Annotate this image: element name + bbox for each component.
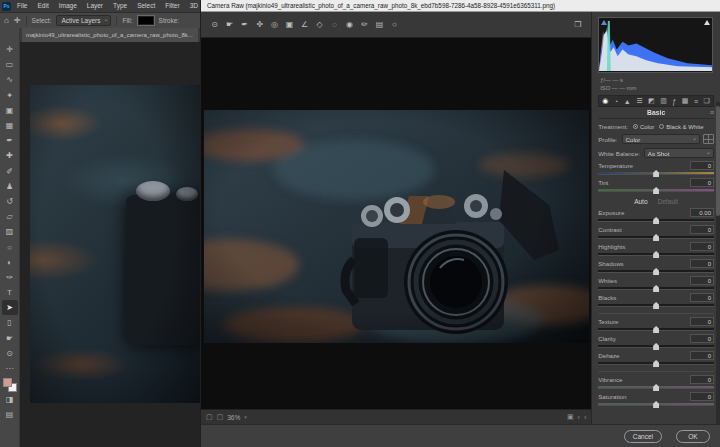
slider-value-field[interactable]: 0 — [690, 225, 714, 234]
highlight-clipping-icon[interactable] — [704, 20, 710, 25]
straighten-icon[interactable]: ∠ — [297, 20, 312, 29]
tab-detail[interactable]: ▲ — [624, 98, 631, 105]
tab-lens-corrections[interactable]: ▥ — [660, 97, 667, 105]
quick-mask-mode[interactable]: ◨ — [2, 392, 18, 407]
path-selection-tool[interactable]: ➤ — [2, 300, 18, 315]
radial-filter-icon[interactable]: ○ — [387, 20, 402, 29]
eraser-tool[interactable]: ▱ — [2, 209, 18, 224]
slider-track[interactable] — [598, 189, 714, 192]
blur-tool[interactable]: ○ — [2, 239, 18, 254]
menu-item[interactable]: Type — [109, 0, 131, 12]
prev-image-icon[interactable]: ‹ — [578, 414, 580, 421]
transform-icon[interactable]: ◇ — [312, 20, 327, 29]
tab-hsl[interactable]: ☰ — [636, 97, 642, 105]
cancel-button[interactable]: Cancel — [624, 430, 662, 443]
panel-scrollbar[interactable] — [716, 102, 720, 424]
slider-thumb[interactable] — [653, 384, 659, 391]
history-brush-tool[interactable]: ↺ — [2, 194, 18, 209]
tab-basic[interactable]: ◉ — [602, 97, 608, 105]
slider-track[interactable] — [598, 253, 714, 256]
graduated-filter-icon[interactable]: ▤ — [372, 20, 387, 29]
slider-thumb[interactable] — [653, 285, 659, 292]
menu-item[interactable]: Edit — [33, 0, 52, 12]
ok-button[interactable]: OK — [676, 430, 710, 443]
healing-brush-tool[interactable]: ✚ — [2, 148, 18, 163]
document-tab[interactable]: majkinio49_ultrarealistic_photo_of_a_cam… — [22, 28, 198, 42]
white-balance-eyedropper-icon[interactable]: ✒ — [237, 20, 252, 29]
slider-value-field[interactable]: 0.00 — [690, 208, 714, 217]
slider-value-field[interactable]: 0 — [690, 375, 714, 384]
menu-item[interactable]: Image — [55, 0, 81, 12]
slider-thumb[interactable] — [653, 187, 659, 194]
gradient-tool[interactable]: ▨ — [2, 224, 18, 239]
tab-split-toning[interactable]: ◩ — [648, 97, 655, 105]
brush-tool[interactable]: ✐ — [2, 164, 18, 179]
slider-track[interactable] — [598, 345, 714, 348]
frame-tool[interactable]: ▦ — [2, 118, 18, 133]
profile-browser-icon[interactable] — [703, 134, 714, 144]
auto-link[interactable]: Auto — [634, 198, 647, 205]
fill-swatch[interactable] — [138, 16, 154, 25]
slider-thumb[interactable] — [653, 343, 659, 350]
spot-removal-icon[interactable]: ◌ — [327, 20, 342, 29]
marquee-tool[interactable]: ▭ — [2, 57, 18, 72]
crop-tool[interactable]: ▣ — [2, 103, 18, 118]
slider-track[interactable] — [598, 172, 714, 175]
tab-effects[interactable]: ƒ — [672, 98, 676, 105]
slider-track[interactable] — [598, 328, 714, 331]
scrollbar-thumb[interactable] — [716, 106, 720, 216]
color-swatches[interactable] — [3, 378, 17, 392]
color-sampler-icon[interactable]: ✜ — [252, 20, 267, 29]
red-eye-icon[interactable]: ◉ — [342, 20, 357, 29]
targeted-adjustment-icon[interactable]: ◎ — [267, 20, 282, 29]
zoom-tool[interactable]: ⊙ — [2, 346, 18, 361]
tab-curve[interactable]: ◔ — [614, 98, 618, 105]
slider-track[interactable] — [598, 236, 714, 239]
slider-track[interactable] — [598, 270, 714, 273]
slider-thumb[interactable] — [653, 326, 659, 333]
dodge-tool[interactable]: ◐ — [2, 255, 18, 270]
default-link[interactable]: Default — [658, 198, 679, 205]
lasso-tool[interactable]: ∿ — [2, 72, 18, 87]
slider-value-field[interactable]: 0 — [690, 161, 714, 170]
next-image-icon[interactable]: › — [584, 414, 586, 421]
slider-thumb[interactable] — [653, 360, 659, 367]
slider-value-field[interactable]: 0 — [690, 276, 714, 285]
before-after-view-icon[interactable]: ▢ — [206, 413, 213, 421]
shape-tool[interactable]: ▯ — [2, 315, 18, 330]
toggle-filmstrip-icon[interactable]: ▣ — [567, 413, 574, 421]
dialog-title[interactable]: Camera Raw (majkinio49_ultrarealistic_ph… — [201, 0, 720, 12]
crop-icon[interactable]: ▣ — [282, 20, 297, 29]
menu-item[interactable]: Filter — [161, 0, 183, 12]
slider-value-field[interactable]: 0 — [690, 351, 714, 360]
slider-thumb[interactable] — [653, 268, 659, 275]
adjustment-brush-icon[interactable]: ✏ — [357, 20, 372, 29]
slider-thumb[interactable] — [653, 401, 659, 408]
tab-presets[interactable]: ≡ — [694, 98, 698, 105]
slider-thumb[interactable] — [653, 302, 659, 309]
move-tool-preset-icon[interactable]: ✛ — [14, 16, 21, 25]
slider-thumb[interactable] — [653, 217, 659, 224]
clone-stamp-tool[interactable]: ♟ — [2, 179, 18, 194]
edit-toolbar[interactable]: ⋯ — [2, 361, 18, 376]
quick-selection-tool[interactable]: ✦ — [2, 88, 18, 103]
home-icon[interactable]: ⌂ — [4, 16, 9, 25]
profile-dropdown[interactable]: Color — [622, 134, 701, 144]
slider-value-field[interactable]: 0 — [690, 293, 714, 302]
zoom-tool-icon[interactable]: ⊙ — [207, 20, 222, 29]
slider-thumb[interactable] — [653, 170, 659, 177]
menu-item[interactable]: Layer — [83, 0, 107, 12]
pen-tool[interactable]: ✑ — [2, 270, 18, 285]
type-tool[interactable]: T — [2, 285, 18, 300]
menu-item[interactable]: File — [13, 0, 31, 12]
panel-menu-icon[interactable]: ≡ — [710, 109, 714, 116]
slider-track[interactable] — [598, 219, 714, 222]
slider-value-field[interactable]: 0 — [690, 334, 714, 343]
hand-tool-icon[interactable]: ☛ — [222, 20, 237, 29]
select-mode-dropdown[interactable]: Active Layers — [56, 15, 111, 26]
slider-track[interactable] — [598, 403, 714, 406]
treatment-bw-radio[interactable]: Black & White — [659, 124, 703, 130]
eyedropper-tool[interactable]: ✒ — [2, 133, 18, 148]
slider-thumb[interactable] — [653, 251, 659, 258]
slider-value-field[interactable]: 0 — [690, 317, 714, 326]
